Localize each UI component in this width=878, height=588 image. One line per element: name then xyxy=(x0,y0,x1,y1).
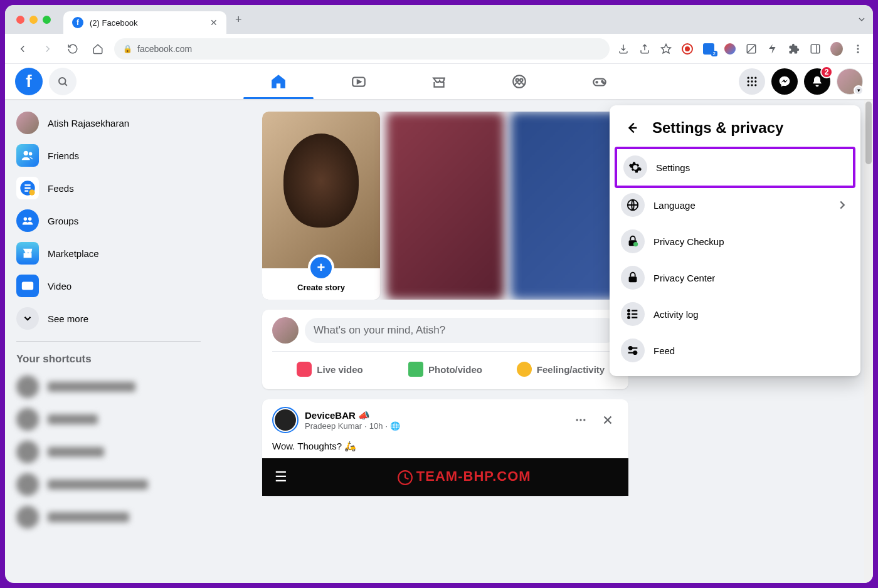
popup-item-settings[interactable]: Settings xyxy=(617,149,853,186)
post-close-icon[interactable] xyxy=(597,409,618,431)
maximize-window[interactable] xyxy=(43,16,51,24)
nav-tabs xyxy=(241,64,637,99)
extension-4-icon[interactable] xyxy=(745,43,758,55)
post-avatar[interactable] xyxy=(272,407,299,433)
post-page-name[interactable]: DeviceBAR xyxy=(305,410,356,421)
new-tab-button[interactable]: + xyxy=(235,13,242,26)
popup-item-language[interactable]: Language xyxy=(615,187,855,223)
live-video-button[interactable]: Live video xyxy=(272,357,388,382)
popup-item-label: Language xyxy=(653,200,827,211)
feeling-button[interactable]: Feeling/activity xyxy=(503,357,618,382)
story-preview xyxy=(262,112,380,268)
messenger-button[interactable] xyxy=(771,68,798,95)
composer-input[interactable]: What's on your mind, Atish? xyxy=(305,318,618,343)
sidebar-item-marketplace[interactable]: Marketplace xyxy=(10,237,207,270)
chrome-menu-icon[interactable] xyxy=(852,43,864,55)
account-menu[interactable]: ▾ xyxy=(837,68,863,95)
tab-gaming[interactable] xyxy=(562,64,637,99)
back-button[interactable] xyxy=(14,40,31,58)
notifications-button[interactable]: 2 xyxy=(804,68,830,95)
share-icon[interactable] xyxy=(638,43,651,55)
photo-video-button[interactable]: Photo/video xyxy=(388,357,503,382)
side-panel-icon[interactable] xyxy=(809,43,822,55)
browser-tab-bar: f (2) Facebook ✕ + xyxy=(5,5,873,34)
svg-point-27 xyxy=(751,84,753,86)
tab-overflow-icon[interactable] xyxy=(857,14,867,24)
post-time[interactable]: 10h xyxy=(369,421,383,431)
close-tab-icon[interactable]: ✕ xyxy=(210,18,218,28)
url-input[interactable]: 🔒 facebook.com xyxy=(114,38,610,60)
left-sidebar: Atish Rajasekharan Friends Feeds Groups … xyxy=(5,99,212,583)
svg-point-7 xyxy=(857,51,859,53)
extensions-menu-icon[interactable] xyxy=(788,43,800,55)
star-icon[interactable] xyxy=(660,43,672,55)
download-icon[interactable] xyxy=(617,43,630,55)
popup-item-activity-log[interactable]: Activity log xyxy=(615,296,855,332)
home-button[interactable] xyxy=(89,40,107,58)
sidebar-item-friends[interactable]: Friends xyxy=(10,139,207,172)
post-more-icon[interactable] xyxy=(571,410,591,430)
tab-groups[interactable] xyxy=(482,64,557,99)
svg-point-23 xyxy=(748,80,749,82)
globe-icon xyxy=(621,193,645,217)
lock-icon: 🔒 xyxy=(123,45,132,53)
tab-home[interactable] xyxy=(241,64,316,99)
tab-marketplace[interactable] xyxy=(401,64,477,99)
sidebar-item-feeds[interactable]: Feeds xyxy=(10,172,207,204)
sidebar-item-see-more[interactable]: See more xyxy=(10,302,207,335)
story-card[interactable] xyxy=(386,112,504,300)
svg-point-22 xyxy=(754,77,756,79)
forward-button[interactable] xyxy=(39,40,56,58)
header-right: 2 ▾ xyxy=(739,68,863,95)
facebook-logo[interactable]: f xyxy=(15,68,43,95)
shortcut-item[interactable] xyxy=(10,468,207,501)
popup-item-privacy-center[interactable]: Privacy Center xyxy=(615,260,855,296)
svg-point-20 xyxy=(748,77,749,79)
search-button[interactable] xyxy=(49,68,77,95)
svg-point-50 xyxy=(628,313,630,315)
popup-item-privacy-checkup[interactable]: Privacy Checkup xyxy=(615,223,855,260)
popup-item-label: Activity log xyxy=(653,309,849,320)
window-controls xyxy=(16,16,51,24)
shortcut-item[interactable] xyxy=(10,501,207,533)
post-image[interactable]: ☰ TEAM-BHP.COM xyxy=(262,458,628,496)
profile-icon[interactable] xyxy=(830,43,843,55)
sidebar-item-profile[interactable]: Atish Rajasekharan xyxy=(10,107,207,139)
post-author[interactable]: Pradeep Kumar xyxy=(305,421,362,431)
create-story-card[interactable]: + Create story xyxy=(262,112,380,300)
sidebar-item-video[interactable]: Video xyxy=(10,270,207,302)
popup-title: Settings & privacy xyxy=(652,119,783,137)
friends-icon xyxy=(16,144,39,167)
svg-point-32 xyxy=(29,189,34,195)
tab-watch[interactable] xyxy=(321,64,396,99)
close-window[interactable] xyxy=(16,16,24,24)
svg-point-14 xyxy=(520,79,522,81)
shortcut-item[interactable] xyxy=(10,370,207,403)
sidebar-item-label: Friends xyxy=(48,150,79,161)
svg-point-57 xyxy=(633,351,637,354)
extension-5-icon[interactable] xyxy=(766,43,779,55)
reload-button[interactable] xyxy=(64,40,82,58)
shortcut-item[interactable] xyxy=(10,436,207,468)
marketplace-icon xyxy=(16,242,39,265)
sidebar-item-groups[interactable]: Groups xyxy=(10,204,207,237)
back-button[interactable] xyxy=(621,117,643,139)
sidebar-item-label: Marketplace xyxy=(48,248,99,259)
avatar-icon xyxy=(16,112,39,134)
shortcut-item[interactable] xyxy=(10,403,207,436)
extension-3-icon[interactable] xyxy=(724,43,736,55)
extension-1-icon[interactable] xyxy=(681,43,694,55)
post-text: Wow. Thoughts? 🛵 xyxy=(262,441,628,458)
avatar-icon[interactable] xyxy=(272,317,299,344)
main-content: Atish Rajasekharan Friends Feeds Groups … xyxy=(5,99,873,583)
minimize-window[interactable] xyxy=(29,16,38,24)
plus-icon: + xyxy=(308,255,334,281)
sliders-icon xyxy=(621,339,645,362)
popup-item-feed[interactable]: Feed xyxy=(615,332,855,369)
menu-button[interactable] xyxy=(739,68,765,95)
settings-privacy-popup: Settings & privacy Settings Language Pri… xyxy=(610,105,860,376)
svg-point-21 xyxy=(751,77,753,79)
browser-tab[interactable]: f (2) Facebook ✕ xyxy=(63,11,226,34)
svg-point-5 xyxy=(857,45,859,46)
extension-2-icon[interactable]: 2 xyxy=(702,43,715,55)
